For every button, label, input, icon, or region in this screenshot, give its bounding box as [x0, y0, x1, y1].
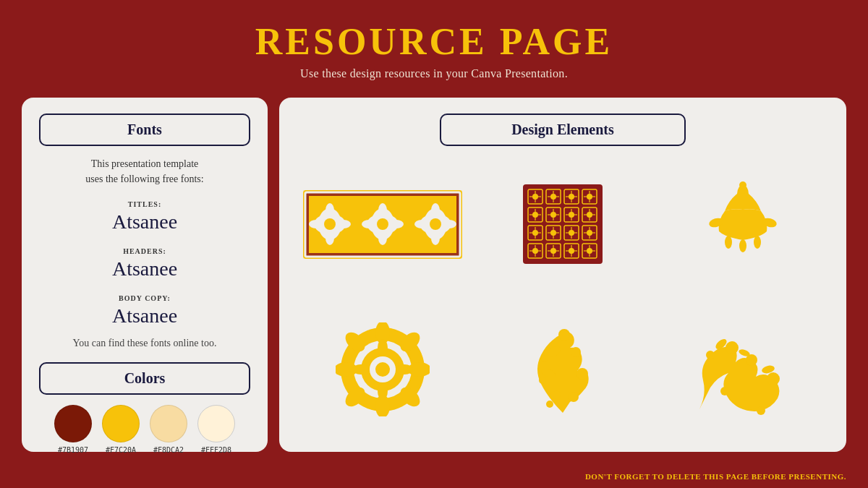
svg-point-23 [442, 220, 456, 228]
svg-point-129 [720, 387, 729, 395]
right-panel: Design Elements [279, 98, 846, 452]
svg-point-5 [324, 218, 336, 230]
svg-point-118 [569, 392, 579, 402]
font-titles-name: Atsanee [39, 210, 250, 234]
svg-point-113 [352, 364, 370, 374]
svg-point-117 [576, 368, 588, 380]
svg-point-92 [739, 239, 746, 252]
colors-label: Colors [39, 362, 250, 395]
svg-point-116 [571, 347, 581, 357]
svg-point-20 [431, 203, 440, 218]
swatch-3: #F8DCA2 [150, 405, 187, 454]
svg-point-8 [309, 220, 323, 228]
color-hex-4: #FFF2D8 [201, 446, 231, 454]
svg-point-14 [378, 231, 387, 245]
svg-point-124 [546, 401, 553, 408]
font-titles: TITLES: Atsanee [39, 197, 250, 234]
svg-point-97 [739, 181, 746, 189]
color-circle-1 [54, 405, 92, 442]
swatch-4: #FFF2D8 [197, 405, 235, 454]
color-circle-3 [150, 405, 187, 442]
svg-point-21 [431, 231, 440, 245]
page-header: RESOURCE PAGE Use these design resources… [0, 0, 868, 87]
svg-point-125 [726, 341, 739, 354]
svg-point-15 [362, 220, 376, 228]
font-headers-label: HEADERS: [123, 247, 166, 255]
color-circle-4 [197, 405, 235, 442]
color-swatches: #7B1907 #F7C20A #F8DCA2 #FFF2D8 [39, 405, 250, 454]
svg-point-6 [326, 203, 334, 218]
footer-note: DON'T FORGET TO DELETE THIS PAGE BEFORE … [585, 472, 846, 481]
page-subtitle: Use these design resources in your Canva… [0, 67, 868, 80]
font-headers: HEADERS: Atsanee [39, 244, 250, 281]
svg-point-7 [326, 231, 334, 245]
font-body: BODY COPY: Atsanee [39, 291, 250, 328]
svg-point-127 [767, 372, 780, 385]
design-elements-row-top [299, 158, 826, 291]
fonts-note: You can find these fonts online too. [39, 338, 250, 349]
color-circle-2 [102, 405, 140, 442]
svg-point-9 [336, 220, 351, 228]
design-elements-label: Design Elements [440, 114, 686, 146]
svg-point-130 [757, 406, 765, 415]
svg-point-22 [414, 220, 429, 228]
design-elements-row-bottom [299, 303, 826, 437]
svg-point-12 [377, 218, 388, 230]
color-hex-2: #F7C20A [106, 446, 136, 454]
svg-point-102 [375, 362, 390, 377]
ornament-tile-grid [480, 184, 645, 264]
ornament-floral-vine [480, 319, 645, 420]
color-hex-1: #7B1907 [58, 446, 88, 454]
ornament-chandelier [660, 181, 826, 267]
svg-point-112 [378, 382, 388, 400]
svg-point-111 [378, 339, 388, 356]
font-body-label: BODY COPY: [119, 294, 171, 302]
svg-point-128 [706, 351, 715, 359]
font-headers-name: Atsanee [39, 257, 250, 281]
left-panel: Fonts This presentation template uses th… [22, 98, 268, 452]
svg-point-19 [430, 218, 441, 230]
svg-point-93 [754, 236, 761, 249]
svg-point-115 [558, 329, 570, 341]
fonts-label: Fonts [39, 114, 250, 146]
color-hex-3: #F8DCA2 [153, 446, 184, 454]
svg-point-123 [539, 377, 546, 384]
svg-point-16 [389, 220, 404, 228]
font-titles-label: TITLES: [128, 200, 161, 208]
page-title: RESOURCE PAGE [0, 20, 868, 63]
fonts-description: This presentation template uses the foll… [39, 156, 250, 187]
swatch-1: #7B1907 [54, 405, 92, 454]
ornament-corner-vine [660, 322, 826, 416]
font-body-name: Atsanee [39, 304, 250, 328]
ornament-medallion [299, 322, 465, 416]
colors-section: Colors #7B1907 #F7C20A #F8DCA2 #FFF2D8 [39, 362, 250, 454]
svg-point-13 [378, 203, 387, 218]
svg-point-114 [396, 364, 413, 374]
content-area: Fonts This presentation template uses th… [22, 98, 846, 452]
swatch-2: #F7C20A [102, 405, 140, 454]
ornament-border-strip [299, 190, 465, 259]
svg-point-122 [541, 355, 548, 362]
svg-point-91 [725, 236, 732, 249]
